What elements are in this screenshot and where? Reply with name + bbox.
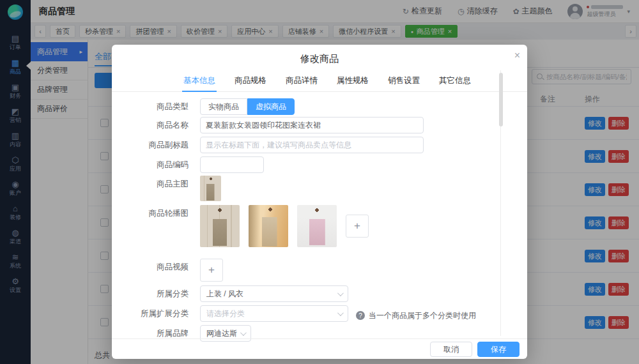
- app-window: ▤订单 ▦商品 ▣财务 ◩营销 ▥内容 ⬡应用 ◉账户 ⌂装修 ◍渠道 ≋系统 …: [0, 0, 639, 364]
- ext-category-help: ? 当一个商品属于多个分类时使用: [356, 305, 476, 322]
- type-physical-button[interactable]: 实物商品: [200, 98, 247, 115]
- modal-scrollbar-thumb[interactable]: [499, 73, 503, 126]
- carousel-image-1[interactable]: [200, 205, 240, 247]
- modal-tab-goods-detail[interactable]: 商品详情: [284, 72, 319, 92]
- modal-tab-sales-settings[interactable]: 销售设置: [387, 72, 421, 92]
- type-virtual-button[interactable]: 虚拟商品: [247, 98, 295, 115]
- modal-tab-other-info[interactable]: 其它信息: [438, 72, 472, 92]
- modal-body: 商品类型 实物商品 虚拟商品 商品名称 商品副标题 商品编码 商品主图: [112, 92, 527, 342]
- carousel-image-2[interactable]: [249, 205, 288, 247]
- field-label-goods-type: 商品类型: [136, 98, 189, 115]
- modal-tab-attr-spec[interactable]: 属性规格: [335, 72, 370, 92]
- modal-tabs-bar: 基本信息 商品规格 商品详情 属性规格 销售设置 其它信息: [112, 72, 527, 92]
- field-label-goods-subtitle: 商品副标题: [136, 137, 189, 153]
- field-label-goods-code: 商品编码: [136, 156, 189, 173]
- field-label-category: 所属分类: [136, 285, 189, 302]
- carousel-images: +: [200, 205, 369, 247]
- category-select[interactable]: 上装 / 风衣: [200, 285, 348, 302]
- field-label-main-image: 商品主图: [136, 176, 189, 201]
- modal-tab-basic-info[interactable]: 基本信息: [182, 72, 217, 92]
- modal-title: 修改商品: [112, 45, 527, 65]
- add-carousel-image-button[interactable]: +: [346, 215, 369, 238]
- goods-subtitle-input[interactable]: [200, 137, 424, 153]
- main-image-thumbnail[interactable]: [200, 176, 221, 201]
- ext-category-placeholder: 请选择分类: [206, 308, 245, 319]
- category-value: 上装 / 风衣: [206, 289, 243, 300]
- goods-type-toggle: 实物商品 虚拟商品: [200, 98, 295, 115]
- help-text: 当一个商品属于多个分类时使用: [369, 310, 476, 321]
- close-icon[interactable]: ×: [514, 50, 520, 61]
- field-label-video: 商品视频: [136, 259, 189, 282]
- cancel-button[interactable]: 取消: [430, 342, 472, 357]
- goods-code-input[interactable]: [200, 156, 264, 173]
- goods-name-input[interactable]: [200, 117, 424, 133]
- ext-category-select[interactable]: 请选择分类: [200, 305, 348, 322]
- chevron-down-icon: [337, 290, 344, 296]
- add-video-button[interactable]: +: [200, 259, 223, 282]
- field-label-ext-category: 所属扩展分类: [136, 305, 189, 322]
- field-label-goods-name: 商品名称: [136, 117, 189, 133]
- modal-footer: 取消 保存: [112, 338, 527, 359]
- chevron-down-icon: [337, 310, 344, 316]
- save-button[interactable]: 保存: [477, 342, 520, 357]
- carousel-image-3[interactable]: [297, 205, 337, 247]
- help-icon[interactable]: ?: [356, 311, 365, 320]
- edit-goods-modal: 修改商品 × 基本信息 商品规格 商品详情 属性规格 销售设置 其它信息 商品类…: [112, 45, 527, 359]
- modal-tab-goods-spec[interactable]: 商品规格: [233, 72, 268, 92]
- brand-value: 网迪达斯: [206, 328, 237, 339]
- field-label-carousel: 商品轮播图: [136, 205, 189, 247]
- chevron-down-icon: [240, 330, 247, 336]
